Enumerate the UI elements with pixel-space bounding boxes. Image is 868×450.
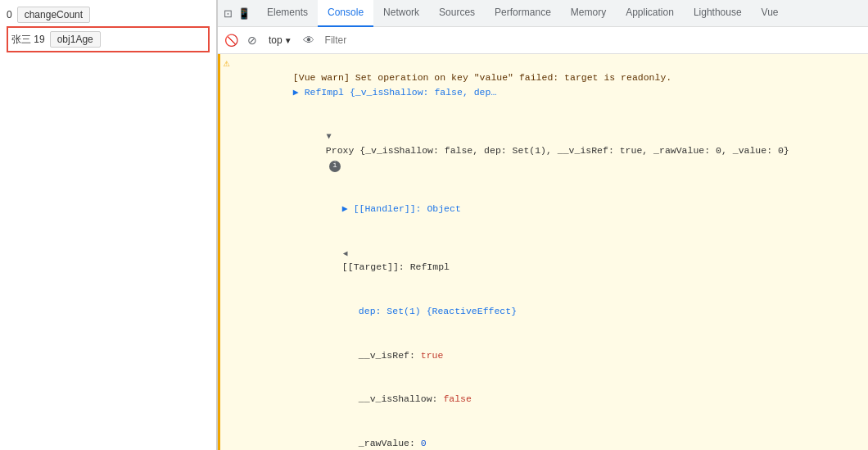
- change-count-button[interactable]: changeCount: [17, 7, 90, 23]
- tab-icons: ⊡ 📱: [221, 7, 251, 20]
- tab-elements[interactable]: Elements: [257, 0, 318, 27]
- tab-application[interactable]: Application: [616, 0, 684, 27]
- dep-line: dep: Set(1) {ReactiveEffect}: [233, 289, 868, 334]
- tab-console[interactable]: Console: [318, 0, 373, 27]
- clear-console-icon[interactable]: 🚫: [223, 32, 239, 48]
- handler-1: ▶ [[Handler]]: Object: [233, 187, 868, 231]
- count-value: 0: [7, 9, 12, 20]
- tab-sources[interactable]: Sources: [429, 0, 485, 27]
- app-inner: 张三 19 obj1Age: [11, 31, 205, 48]
- proxy-line-1: ▶ Proxy {_v_isShallow: false, dep: Set(1…: [233, 114, 868, 187]
- proxy-expand-1[interactable]: ▶: [322, 134, 334, 139]
- is-ref-line: __v_isRef: true: [233, 333, 868, 377]
- tab-vue[interactable]: Vue: [752, 0, 789, 27]
- target-expand-1[interactable]: ▼: [338, 251, 350, 256]
- info-badge-1[interactable]: i: [329, 161, 341, 172]
- inspect-icon[interactable]: ⊡: [221, 7, 234, 20]
- target-1: ▼ [[Target]]: RefImpl: [233, 231, 868, 289]
- tab-lighthouse[interactable]: Lighthouse: [684, 0, 752, 27]
- is-shallow-line: __v_isShallow: false: [233, 377, 868, 421]
- tab-memory[interactable]: Memory: [561, 0, 616, 27]
- zhang-san-label: 张三 19: [11, 33, 45, 47]
- context-selector[interactable]: top ▼: [265, 33, 296, 48]
- filter-input[interactable]: [322, 33, 863, 48]
- left-panel: 0 changeCount 张三 19 obj1Age: [0, 0, 217, 450]
- tab-performance[interactable]: Performance: [485, 0, 561, 27]
- device-icon[interactable]: 📱: [237, 7, 251, 20]
- app-row-1: 0 changeCount: [7, 7, 210, 23]
- filter-icon[interactable]: ⊘: [244, 32, 260, 48]
- app-row-2: 张三 19 obj1Age: [11, 31, 205, 48]
- devtools-panel: ⊡ 📱 Elements Console Network Sources Per…: [217, 0, 868, 450]
- warning-icon-1: ⚠: [224, 57, 230, 70]
- warning-text-1: [Vue warn] Set operation on key "value" …: [233, 56, 868, 114]
- tab-network[interactable]: Network: [373, 0, 429, 27]
- chevron-down-icon: ▼: [284, 36, 292, 45]
- app-wrapper: 张三 19 obj1Age: [7, 26, 210, 52]
- raw-value-line: _rawValue: 0: [233, 421, 868, 450]
- devtools-toolbar: 🚫 ⊘ top ▼ 👁: [218, 27, 868, 54]
- devtools-tabs: ⊡ 📱 Elements Console Network Sources Per…: [218, 0, 868, 27]
- obj1-age-button[interactable]: obj1Age: [50, 31, 101, 48]
- console-content: ⚠ [Vue warn] Set operation on key "value…: [218, 54, 868, 450]
- eye-icon[interactable]: 👁: [301, 32, 317, 48]
- warning-entry-1: ⚠ [Vue warn] Set operation on key "value…: [218, 54, 868, 450]
- refimpl-link[interactable]: ▶ RefImpl {_v_isShallow: false, dep…: [293, 87, 496, 98]
